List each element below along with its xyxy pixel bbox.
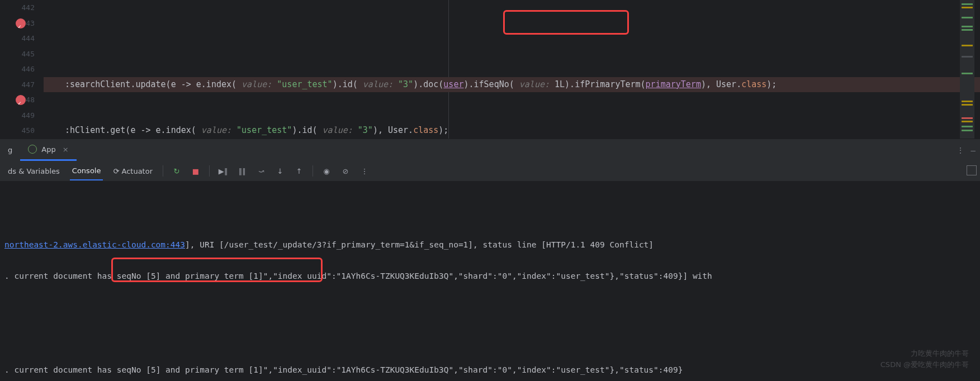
- console-line: northeast-2.aws.elastic-cloud.com:443], …: [4, 237, 976, 253]
- mute-breakpoints-icon[interactable]: ⊘: [340, 165, 351, 177]
- minimap[interactable]: [960, 0, 974, 139]
- run-panel-tabs: g App × ⋮ —: [0, 139, 980, 161]
- code-editor[interactable]: 442 443 444 445 446 447 448 449 450 :sea…: [0, 0, 980, 139]
- rerun-icon[interactable]: ↻: [171, 165, 182, 177]
- console-line: [4, 206, 976, 221]
- tab-label: App: [41, 145, 55, 154]
- line-number: 450: [0, 123, 35, 139]
- step-into-icon[interactable]: ↓: [274, 165, 286, 177]
- wrap-guide: [448, 0, 449, 139]
- annotation-box: [111, 258, 323, 282]
- url-link[interactable]: northeast-2.aws.elastic-cloud.com:443: [4, 240, 185, 249]
- divider: [163, 165, 163, 177]
- view-breakpoints-icon[interactable]: ◉: [321, 165, 332, 177]
- divider: [209, 165, 210, 177]
- line-number: 446: [0, 61, 35, 77]
- line-number: 445: [0, 46, 35, 62]
- tab-app[interactable]: App ×: [20, 139, 76, 161]
- step-over-icon[interactable]: ⤻: [255, 165, 267, 177]
- step-out-icon[interactable]: ↑: [293, 165, 305, 177]
- line-number: 449: [0, 108, 35, 123]
- pause-icon[interactable]: ∥∥: [236, 165, 248, 177]
- more-icon[interactable]: ⋮: [359, 165, 370, 177]
- more-icon[interactable]: ⋮: [957, 146, 964, 155]
- line-number: 447: [0, 77, 35, 93]
- line-number: 444: [0, 31, 35, 46]
- watermark: 力吃黄牛肉的牛哥: [911, 349, 969, 359]
- close-icon[interactable]: ×: [63, 145, 69, 154]
- code-line[interactable]: :searchClient.update(e -> e.index( value…: [44, 77, 980, 93]
- annotation-box: [503, 10, 629, 35]
- tab-actuator[interactable]: ⟳ Actuator: [111, 163, 155, 180]
- breakpoint-icon[interactable]: [16, 95, 26, 105]
- line-number: 442: [0, 0, 35, 16]
- run-icon: [28, 145, 37, 154]
- breakpoint-icon[interactable]: [16, 18, 26, 28]
- watermark: CSDN @爱吃黄牛肉的牛哥: [880, 360, 969, 370]
- debug-toolbar: ds & Variables Console ⟳ Actuator ↻ ■ ▶∥…: [0, 161, 980, 181]
- line-number: 448: [0, 92, 35, 108]
- layout-icon[interactable]: [967, 165, 977, 175]
- line-number: 443: [0, 16, 35, 31]
- divider: [313, 165, 313, 177]
- tab-threads[interactable]: ds & Variables: [6, 163, 62, 180]
- tab-console[interactable]: Console: [70, 162, 103, 180]
- code-line[interactable]: :hClient.get(e -> e.index( value: "user_…: [44, 123, 980, 139]
- console-line: [4, 331, 976, 346]
- minimize-icon[interactable]: —: [971, 146, 976, 155]
- gutter: 442 443 444 445 446 447 448 449 450: [0, 0, 44, 139]
- resume-icon[interactable]: ▶∥: [217, 165, 229, 177]
- stop-icon[interactable]: ■: [190, 165, 201, 177]
- console-line: [4, 299, 976, 315]
- tab-truncated[interactable]: g: [0, 139, 20, 161]
- console-line: . current document has seqNo [5] and pri…: [4, 362, 976, 378]
